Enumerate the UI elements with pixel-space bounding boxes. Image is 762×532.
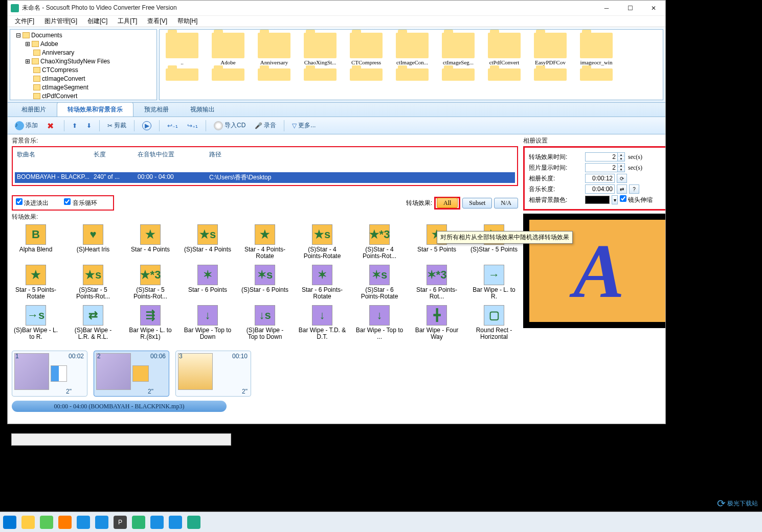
show-dur-input[interactable] — [585, 163, 618, 172]
transition-effect[interactable]: ★Star - 4 Points-Rotate — [241, 224, 289, 260]
folder-thumb[interactable] — [438, 68, 479, 82]
import-cd-button[interactable]: 导入CD — [211, 120, 249, 132]
transition-effect[interactable]: ⇄(S)Bar Wipe - L.R. & R.L. — [69, 305, 117, 340]
menu-picture[interactable]: 图片管理[G] — [39, 16, 82, 27]
folder-thumb[interactable]: CTCompress — [346, 33, 387, 65]
help-button[interactable]: ? — [629, 184, 639, 194]
transition-effect[interactable]: ★*3(S)Star - 4 Points-Rot... — [355, 224, 404, 260]
transition-effect[interactable]: ★s(S)Star - 4 Points-Rotate — [298, 224, 346, 260]
tree-item[interactable]: Anniversary — [42, 49, 74, 56]
tree-item[interactable]: Adobe — [40, 40, 58, 48]
tab-album-photos[interactable]: 相册图片 — [11, 102, 57, 117]
trans-dur-input[interactable] — [585, 152, 618, 161]
spinner[interactable]: ▲▼ — [618, 163, 625, 172]
transition-effect[interactable]: ✶*3Star - 6 Points-Rot... — [413, 265, 461, 300]
taskbar-app-icon[interactable] — [58, 516, 72, 529]
filter-all-button[interactable]: All — [437, 198, 458, 208]
tab-video-output[interactable]: 视频输出 — [180, 102, 226, 117]
folder-thumb[interactable]: ctPdfConvert — [484, 33, 525, 65]
taskbar-edge-icon[interactable] — [3, 516, 16, 529]
record-button[interactable]: 🎤录音 — [252, 120, 279, 131]
folder-thumb[interactable] — [208, 68, 249, 82]
folder-thumb[interactable]: EasyPDFCov — [530, 33, 571, 65]
folder-thumb[interactable] — [484, 68, 525, 82]
fade-checkbox[interactable]: 淡进淡出 — [16, 198, 49, 207]
timeline-item[interactable]: 200:06 2" — [94, 351, 169, 397]
folder-thumb[interactable]: ctImageCon... — [392, 33, 433, 65]
transition-effect[interactable]: ↓Bar Wipe - Top to Down — [184, 305, 232, 340]
zoom-checkbox[interactable]: 镜头伸缩 — [620, 195, 653, 204]
filter-subset-button[interactable]: Subset — [462, 198, 492, 209]
transition-effect[interactable]: ⇶Bar Wipe - L. to R.(8x1) — [126, 305, 174, 340]
tab-transition-music[interactable]: 转场效果和背景音乐 — [57, 102, 133, 117]
maximize-button[interactable]: ☐ — [618, 1, 642, 16]
taskbar-explorer-icon[interactable] — [21, 516, 35, 529]
folder-thumb[interactable] — [162, 68, 203, 82]
transition-effect[interactable]: ↓s(S)Bar Wipe - Top to Down — [241, 305, 289, 340]
taskbar-app-icon[interactable] — [132, 516, 145, 529]
play-button[interactable]: ▶ — [139, 120, 154, 132]
menu-create[interactable]: 创建[C] — [82, 16, 113, 27]
folder-tree[interactable]: ⊟ Documents ⊞ Adobe Anniversary ⊞ ChaoXi… — [10, 29, 157, 100]
menu-file[interactable]: 文件[F] — [10, 16, 39, 27]
folder-thumb[interactable]: Adobe — [208, 33, 249, 65]
timeline-item[interactable]: 100:02 2" — [12, 351, 87, 397]
transition-effect[interactable]: ★s(S)Star - 4 Points — [184, 224, 232, 260]
transition-effect[interactable]: ✶s(S)Star - 6 Points — [241, 265, 289, 300]
folder-thumb[interactable]: ctImageSeg... — [438, 33, 479, 65]
transition-effect[interactable]: →s(S)Bar Wipe - L. to R. — [12, 305, 60, 340]
taskbar-socusoft-icon[interactable] — [187, 516, 200, 529]
close-button[interactable]: ✕ — [642, 1, 665, 16]
transition-effect[interactable]: ╋Bar Wipe - Four Way — [413, 305, 461, 340]
folder-thumb[interactable]: imageocr_win — [576, 33, 617, 65]
transition-effect[interactable]: ↓Bar Wipe - Top to ... — [355, 305, 404, 340]
tree-item[interactable]: ctImageConvert — [42, 75, 85, 82]
taskbar-app-icon[interactable] — [150, 516, 164, 529]
cut-button[interactable]: ✂剪裁 — [104, 120, 129, 131]
timeline-item[interactable]: 300:10 2" — [175, 351, 251, 397]
folder-thumb[interactable] — [576, 68, 617, 82]
dropdown-icon[interactable]: ▾ — [612, 195, 618, 204]
folder-thumb[interactable] — [530, 68, 571, 82]
sync-button[interactable]: ⇄ — [617, 184, 627, 194]
next-button[interactable]: ↪₊₁ — [184, 121, 201, 131]
taskbar-app-icon[interactable] — [77, 516, 90, 529]
transition-effect[interactable]: ★*3(S)Star - 5 Points-Rot... — [126, 265, 174, 300]
taskbar-app-icon[interactable] — [40, 516, 53, 529]
refresh-button[interactable]: ⟳ — [617, 174, 627, 183]
move-down-button[interactable]: ⬇ — [83, 121, 95, 131]
taskbar-app-icon[interactable] — [169, 516, 182, 529]
folder-thumb[interactable] — [392, 68, 433, 82]
transition-effect[interactable]: ★s(S)Star - 5 Points-Rot... — [69, 265, 117, 300]
transition-effect[interactable]: ✶Star - 6 Points-Rotate — [298, 265, 346, 300]
spinner[interactable]: ▲▼ — [618, 152, 625, 161]
folder-thumb[interactable]: Anniversary — [254, 33, 295, 65]
transition-effect[interactable]: BAlpha Blend — [12, 224, 60, 260]
menu-view[interactable]: 查看[V] — [142, 16, 172, 27]
menu-help[interactable]: 帮助[H] — [172, 16, 203, 27]
tab-preview[interactable]: 预览相册 — [133, 102, 180, 117]
transition-effect[interactable]: ✶s(S)Star - 6 Points-Rotate — [355, 265, 404, 300]
folder-thumbnails[interactable]: ..AdobeAnniversaryChaoXingSt...CTCompres… — [159, 29, 663, 100]
bgcolor-picker[interactable] — [585, 196, 610, 204]
folder-thumb[interactable] — [346, 68, 387, 82]
audio-track[interactable]: 00:00 - 04:00 (BOOMBAYAH - BLACKPINK.mp3… — [12, 401, 227, 412]
folder-thumb[interactable]: ChaoXingSt... — [300, 33, 341, 65]
folder-thumb[interactable]: .. — [162, 33, 203, 65]
minimize-button[interactable]: ─ — [595, 1, 618, 16]
transition-effect[interactable]: ↓Bar Wipe - T.D. & D.T. — [298, 305, 346, 340]
transition-effect[interactable]: ♥(S)Heart Iris — [69, 224, 117, 260]
tree-item[interactable]: ctPdfConvert — [42, 92, 77, 100]
tree-item[interactable]: CTCompress — [42, 66, 78, 74]
transition-effect[interactable]: ✶Star - 6 Points — [184, 265, 232, 300]
tree-item[interactable]: Documents — [31, 32, 62, 39]
filter-na-button[interactable]: N/A — [494, 198, 518, 209]
tree-item[interactable]: ChaoXingStudyNew Files — [40, 58, 110, 65]
menu-tools[interactable]: 工具[T] — [113, 16, 142, 27]
taskbar-pdf-icon[interactable]: P — [114, 516, 127, 529]
folder-thumb[interactable] — [254, 68, 295, 82]
add-music-button[interactable]: ♪添加 — [12, 120, 41, 132]
move-up-button[interactable]: ⬆ — [69, 121, 80, 131]
taskbar-app-icon[interactable] — [95, 516, 108, 529]
transition-effect[interactable]: →Bar Wipe - L. to R. — [470, 265, 518, 300]
